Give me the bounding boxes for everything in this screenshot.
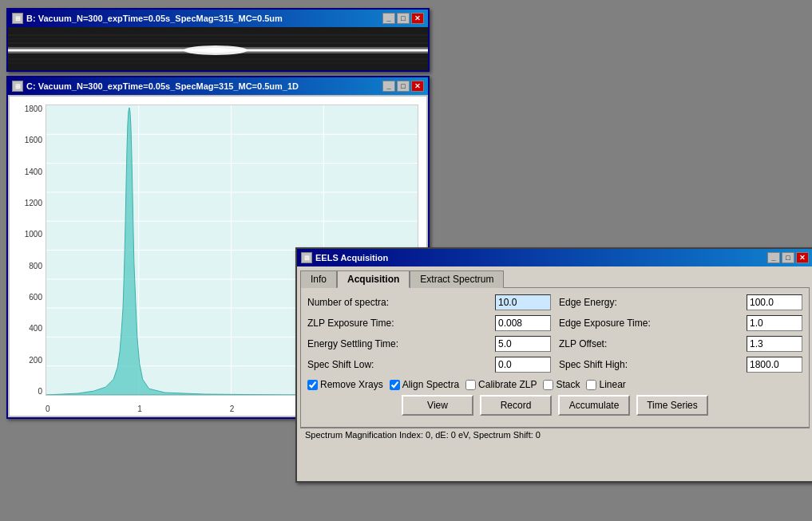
label-linear: Linear [599,379,625,390]
tab-acquisition[interactable]: Acquisition [337,270,410,288]
accumulate-button[interactable]: Accumulate [558,395,630,416]
input-zlp-exposure-time[interactable] [495,315,551,331]
dialog-controls[interactable]: _ □ ✕ [767,252,809,263]
checkbox-calibrate-zlp[interactable]: Calibrate ZLP [465,379,537,390]
field-zlp-offset: ZLP Offset: [559,336,802,352]
field-edge-energy: Edge Energy: [559,294,802,310]
maximize-btn-b[interactable]: □ [397,13,410,24]
title-bar-b[interactable]: ⊞ B: Vacuum_N=300_expTime=0.05s_SpecMag=… [8,10,428,27]
window-title-c: C: Vacuum_N=300_expTime=0.05s_SpecMag=31… [26,81,299,91]
check-remove-xrays[interactable] [307,380,318,390]
minimize-btn-b[interactable]: _ [382,13,395,24]
close-btn-b[interactable]: ✕ [411,13,424,24]
tab-bar: Info Acquisition Extract Spectrum [300,270,810,287]
title-bar-c[interactable]: ⊞ C: Vacuum_N=300_expTime=0.05s_SpecMag=… [8,77,428,95]
checkbox-stack[interactable]: Stack [543,379,580,390]
title-controls-c[interactable]: _ □ ✕ [382,81,424,92]
dialog-minimize-btn[interactable]: _ [767,252,780,263]
input-spec-shift-low[interactable] [495,357,551,373]
input-energy-settling-time[interactable] [495,336,551,352]
checkbox-remove-xrays[interactable]: Remove Xrays [307,379,383,390]
close-btn-c[interactable]: ✕ [411,81,424,92]
input-number-of-spectra[interactable] [495,294,551,310]
field-zlp-exposure-time: ZLP Exposure Time: [307,315,551,331]
buttons-row: View Record Accumulate Time Series [307,395,802,416]
label-edge-energy: Edge Energy: [559,297,742,308]
label-zlp-offset: ZLP Offset: [559,338,742,349]
field-spec-shift-high: Spec Shift High: [559,357,802,373]
image-content-b [8,27,428,70]
tab-content-acquisition: Number of spectra: Edge Energy: ZLP Expo… [300,287,810,428]
title-controls-b[interactable]: _ □ ✕ [382,13,424,24]
input-edge-energy[interactable] [747,294,802,310]
record-button[interactable]: Record [480,395,552,416]
dialog-title-bar[interactable]: ⊞ EELS Acquisition _ □ ✕ [297,249,812,266]
label-zlp-exposure-time: ZLP Exposure Time: [307,318,490,329]
dialog-body: Info Acquisition Extract Spectrum Number… [297,266,812,481]
tab-extract-spectrum[interactable]: Extract Spectrum [410,270,504,288]
check-stack[interactable] [543,380,553,390]
status-bar: Spectrum Magnification Index: 0, dE: 0 e… [300,428,810,441]
dialog-close-btn[interactable]: ✕ [796,252,809,263]
check-calibrate-zlp[interactable] [465,380,476,390]
check-align-spectra[interactable] [390,380,400,390]
label-align-spectra: Align Spectra [402,379,459,390]
tab-info[interactable]: Info [300,270,337,288]
label-edge-exposure-time: Edge Exposure Time: [559,318,742,329]
dialog-title: EELS Acquisition [315,253,388,262]
y-axis-labels: 1800 1600 1400 1200 1000 800 600 400 200… [10,105,45,396]
input-edge-exposure-time[interactable] [747,315,802,331]
field-energy-settling-time: Energy Settling Time: [307,336,551,352]
label-stack: Stack [556,379,580,390]
checkbox-row: Remove Xrays Align Spectra Calibrate ZLP… [307,379,802,390]
label-number-of-spectra: Number of spectra: [307,297,490,308]
label-spec-shift-low: Spec Shift Low: [307,359,490,370]
label-calibrate-zlp: Calibrate ZLP [478,379,537,390]
label-spec-shift-high: Spec Shift High: [559,359,742,370]
input-spec-shift-high[interactable] [747,357,802,373]
window-icon-c: ⊞ [12,81,23,92]
dialog-maximize-btn[interactable]: □ [782,252,794,263]
window-b: ⊞ B: Vacuum_N=300_expTime=0.05s_SpecMag=… [6,8,430,72]
field-spec-shift-low: Spec Shift Low: [307,357,551,373]
dialog-icon: ⊞ [301,252,312,263]
window-icon-b: ⊞ [12,13,23,24]
view-button[interactable]: View [402,395,473,416]
label-energy-settling-time: Energy Settling Time: [307,338,490,349]
scan-image-svg [8,27,428,70]
checkbox-align-spectra[interactable]: Align Spectra [390,379,459,390]
svg-point-12 [200,48,232,53]
field-number-of-spectra: Number of spectra: [307,294,551,310]
field-edge-exposure-time: Edge Exposure Time: [559,315,802,331]
status-text: Spectrum Magnification Index: 0, dE: 0 e… [305,430,541,440]
label-remove-xrays: Remove Xrays [320,379,383,390]
input-zlp-offset[interactable] [747,336,802,352]
check-linear[interactable] [586,380,596,390]
eels-dialog: ⊞ EELS Acquisition _ □ ✕ Info Acquisitio… [295,247,812,483]
checkbox-linear[interactable]: Linear [586,379,625,390]
time-series-button[interactable]: Time Series [636,395,708,416]
minimize-btn-c[interactable]: _ [382,81,395,92]
form-grid: Number of spectra: Edge Energy: ZLP Expo… [307,294,802,373]
window-title-b: B: Vacuum_N=300_expTime=0.05s_SpecMag=31… [26,14,283,23]
maximize-btn-c[interactable]: □ [397,81,410,92]
